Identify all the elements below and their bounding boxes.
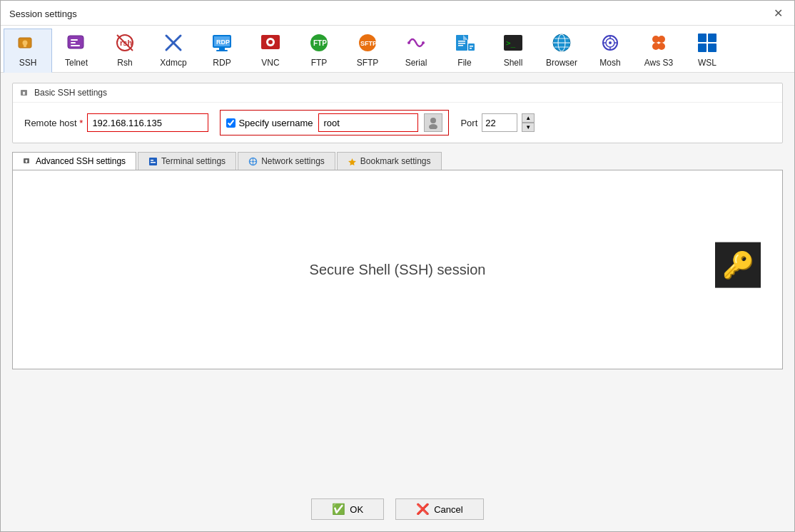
svg-point-24 xyxy=(407,41,410,44)
protocol-vnc[interactable]: VNC xyxy=(246,29,295,72)
protocol-rsh[interactable]: rsh Rsh xyxy=(101,29,149,72)
svg-rect-32 xyxy=(468,44,475,51)
svg-rect-65 xyxy=(149,158,157,165)
close-button[interactable]: ✕ xyxy=(771,6,786,21)
protocol-wsl[interactable]: WSL xyxy=(683,29,731,72)
svg-point-25 xyxy=(422,41,425,44)
protocol-sftp[interactable]: SFTP SFTP xyxy=(343,29,392,72)
protocol-mosh[interactable]: Mosh xyxy=(586,29,634,72)
dialog-footer: ✅ OK ❌ Cancel xyxy=(1,487,794,531)
svg-marker-74 xyxy=(348,158,356,165)
rsh-icon: rsh xyxy=(114,32,136,56)
specify-username-checkbox-label[interactable]: Specify username xyxy=(226,118,313,128)
sub-tabs-container: Advanced SSH settings Terminal settings xyxy=(12,152,783,369)
protocol-xdmcp[interactable]: Xdmcp xyxy=(149,29,198,72)
ok-button[interactable]: ✅ OK xyxy=(311,498,384,520)
cancel-icon: ❌ xyxy=(416,503,430,516)
svg-rect-6 xyxy=(71,45,80,46)
svg-rect-33 xyxy=(470,46,473,47)
serial-icon xyxy=(405,32,427,56)
cancel-button[interactable]: ❌ Cancel xyxy=(395,498,483,520)
sftp-icon: SFTP xyxy=(357,32,378,56)
vnc-icon xyxy=(260,32,281,56)
protocol-file[interactable]: File xyxy=(440,29,489,72)
telnet-icon xyxy=(66,32,87,56)
svg-rect-31 xyxy=(458,45,463,46)
svg-rect-54 xyxy=(708,34,716,42)
tab-network[interactable]: Network settings xyxy=(238,152,335,170)
svg-point-60 xyxy=(430,118,436,123)
svg-rect-53 xyxy=(698,34,707,42)
svg-point-19 xyxy=(268,40,273,44)
cancel-label: Cancel xyxy=(434,504,462,515)
svg-point-52 xyxy=(658,43,665,50)
protocol-ftp[interactable]: FTP FTP xyxy=(295,29,343,72)
tab-bookmark[interactable]: Bookmark settings xyxy=(337,152,442,170)
svg-rect-64 xyxy=(26,160,27,163)
rsh-label: Rsh xyxy=(117,58,132,68)
awss3-label: Aws S3 xyxy=(644,58,673,68)
key-icon-box: 🔑 xyxy=(715,242,761,288)
ok-icon: ✅ xyxy=(332,503,345,516)
port-input[interactable] xyxy=(482,113,517,132)
svg-text:FTP: FTP xyxy=(313,39,327,47)
protocol-bar: SSH Telnet rsh Rsh xyxy=(1,26,794,73)
svg-point-50 xyxy=(658,36,665,43)
tab-terminal[interactable]: Terminal settings xyxy=(138,152,236,170)
svg-text:RDP: RDP xyxy=(216,39,230,46)
ssh-label: SSH xyxy=(19,58,37,68)
protocol-telnet[interactable]: Telnet xyxy=(52,29,101,72)
protocol-rdp[interactable]: RDP RDP xyxy=(198,29,246,72)
tab-advanced-ssh[interactable]: Advanced SSH settings xyxy=(12,152,136,170)
sub-tabs: Advanced SSH settings Terminal settings xyxy=(12,152,783,170)
specify-username-checkbox[interactable] xyxy=(226,118,236,128)
protocol-serial[interactable]: Serial xyxy=(392,29,440,72)
specify-username-section: Specify username xyxy=(220,110,449,135)
protocol-ssh[interactable]: SSH xyxy=(4,29,52,73)
protocol-shell[interactable]: >_ Shell xyxy=(489,29,537,72)
main-content: Basic SSH settings Remote host * Specify… xyxy=(1,73,794,487)
svg-rect-2 xyxy=(24,43,26,47)
svg-rect-67 xyxy=(151,162,156,163)
svg-point-69 xyxy=(252,160,254,163)
port-spin-buttons: ▲ ▼ xyxy=(522,113,535,132)
wsl-icon xyxy=(697,32,718,56)
basic-ssh-title: Basic SSH settings xyxy=(13,83,782,103)
wsl-label: WSL xyxy=(698,58,716,68)
svg-rect-29 xyxy=(458,41,465,42)
svg-rect-14 xyxy=(219,48,225,50)
shell-protocol-icon: >_ xyxy=(502,32,524,56)
user-icon xyxy=(427,116,440,129)
vnc-label: VNC xyxy=(261,58,279,68)
session-label: Secure Shell (SSH) session xyxy=(310,262,486,278)
remote-host-input[interactable] xyxy=(87,113,208,132)
svg-rect-4 xyxy=(71,39,78,41)
bookmark-tab-icon xyxy=(348,157,357,166)
xdmcp-label: Xdmcp xyxy=(160,58,186,68)
serial-label: Serial xyxy=(405,58,427,68)
basic-ssh-body: Remote host * Specify username xyxy=(13,103,782,143)
ftp-label: FTP xyxy=(311,58,328,68)
protocol-awss3[interactable]: Aws S3 xyxy=(634,29,683,72)
ok-label: OK xyxy=(350,504,363,515)
port-section: Port ▲ ▼ xyxy=(460,113,535,132)
svg-rect-66 xyxy=(151,160,153,161)
svg-point-61 xyxy=(429,124,437,129)
svg-rect-30 xyxy=(458,43,465,44)
xdmcp-icon xyxy=(163,32,184,56)
advanced-ssh-tab-icon xyxy=(23,157,32,166)
remote-host-field: Remote host * xyxy=(24,113,208,132)
file-icon xyxy=(454,32,475,56)
rdp-icon: RDP xyxy=(211,32,233,56)
telnet-label: Telnet xyxy=(65,58,88,68)
protocol-browser[interactable]: Browser xyxy=(537,29,586,72)
port-label: Port xyxy=(460,118,477,128)
port-increment-button[interactable]: ▲ xyxy=(522,113,535,123)
ssh-icon xyxy=(17,32,39,56)
port-decrement-button[interactable]: ▼ xyxy=(522,123,535,132)
username-input[interactable] xyxy=(318,113,418,132)
user-icon-button[interactable] xyxy=(424,113,442,132)
awss3-icon xyxy=(648,32,669,56)
file-label: File xyxy=(457,58,471,68)
svg-rect-5 xyxy=(71,42,76,44)
